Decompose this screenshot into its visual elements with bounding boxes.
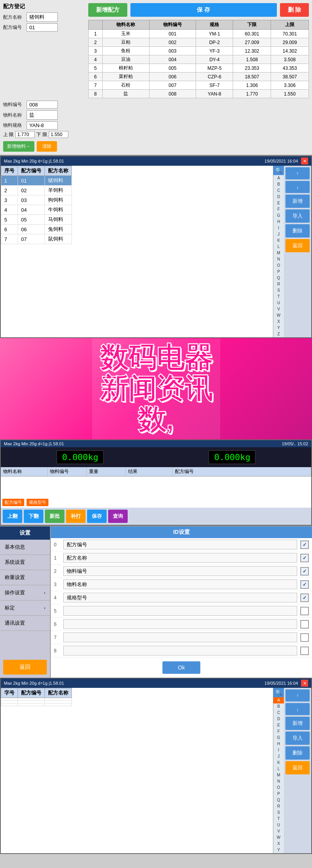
settings-item[interactable]: 操作设置› xyxy=(0,585,50,601)
id-row-input[interactable] xyxy=(63,540,297,549)
formula-list-row[interactable]: 4 04 牛饲料 xyxy=(1,205,72,215)
add-button-2[interactable]: 新增 xyxy=(285,717,310,730)
back-button[interactable]: 返回 xyxy=(285,239,310,252)
formula-list-row[interactable]: 7 07 鼠饲料 xyxy=(1,234,72,244)
material-spec-value[interactable]: YAN-8 xyxy=(27,121,58,129)
add-button[interactable]: 新增 xyxy=(285,195,310,208)
alphabet-letter-2[interactable]: X xyxy=(273,841,284,847)
alphabet-letter-2[interactable]: L xyxy=(273,766,284,772)
alphabet-letter[interactable]: Q xyxy=(273,275,284,281)
id-row-input[interactable] xyxy=(63,619,297,629)
next-button[interactable]: 下翻 xyxy=(24,510,43,523)
id-row-checkbox[interactable]: ✓ xyxy=(300,554,309,562)
save-button[interactable]: 保 存 xyxy=(130,3,277,17)
delete-button[interactable]: 删除 xyxy=(285,224,310,237)
alphabet-letter-2[interactable]: Q xyxy=(273,797,284,803)
formula-list-row[interactable]: 1 01 猪饲料 xyxy=(1,176,72,186)
lower-limit-value[interactable]: 1.550 xyxy=(49,131,68,138)
alphabet-letter-2[interactable]: A xyxy=(273,697,284,703)
search-icon-2[interactable]: 🔍 xyxy=(273,688,284,697)
settings-item[interactable]: 标定› xyxy=(0,601,50,616)
back-button-2[interactable]: 返回 xyxy=(285,761,310,774)
ingredient-row[interactable]: 5 棉籽粕 005 MZP-5 23.353 43.353 xyxy=(89,64,309,73)
formula-list-row-2[interactable] xyxy=(1,701,72,703)
new-formula-button[interactable]: 新增配方 xyxy=(88,3,127,17)
clear-button[interactable]: 清除 xyxy=(37,141,57,152)
alphabet-letter[interactable]: M xyxy=(273,250,284,256)
down-button-2[interactable]: ↓ xyxy=(285,703,310,715)
alphabet-letter-2[interactable]: B xyxy=(273,703,284,710)
id-row-input[interactable] xyxy=(63,646,297,655)
close-button-2[interactable]: ✕ xyxy=(301,680,308,687)
formula-list-row-2[interactable] xyxy=(1,698,72,701)
ingredient-row[interactable]: 4 豆油 004 DY-4 1.508 3.508 xyxy=(89,55,309,64)
alphabet-letter-2[interactable]: C xyxy=(273,710,284,716)
formula-list-row[interactable]: 5 05 马饲料 xyxy=(1,215,72,225)
id-row-input[interactable] xyxy=(63,593,297,602)
id-row-checkbox[interactable] xyxy=(300,647,309,655)
alphabet-letter-2[interactable]: N xyxy=(273,778,284,785)
alphabet-letter-2[interactable]: D xyxy=(273,716,284,722)
alphabet-letter[interactable]: S xyxy=(273,287,284,294)
id-row-checkbox[interactable] xyxy=(300,620,309,629)
alphabet-letter-2[interactable]: Y xyxy=(273,847,284,853)
material-code-value[interactable]: 008 xyxy=(27,101,58,109)
alphabet-letter-2[interactable]: F xyxy=(273,728,284,735)
upper-limit-value[interactable]: 1.770 xyxy=(15,131,35,138)
alphabet-letter[interactable]: R xyxy=(273,281,284,287)
alphabet-letter[interactable]: E xyxy=(273,200,284,206)
alphabet-letter[interactable]: I xyxy=(273,225,284,231)
save-button[interactable]: 保存 xyxy=(87,510,107,523)
alphabet-letter[interactable]: P xyxy=(273,269,284,275)
settings-item[interactable]: 通讯设置 xyxy=(0,616,50,631)
import-button-2[interactable]: 导入 xyxy=(285,732,310,745)
id-row-checkbox[interactable]: ✓ xyxy=(300,567,309,576)
formula-list-row[interactable]: 6 06 兔饲料 xyxy=(1,225,72,234)
query-button[interactable]: 查询 xyxy=(108,510,128,523)
alphabet-letter-2[interactable]: S xyxy=(273,810,284,816)
alphabet-letter[interactable]: U xyxy=(273,300,284,306)
material-name-value[interactable]: 盐 xyxy=(27,110,58,120)
id-row-input[interactable] xyxy=(63,553,297,563)
ok-button[interactable]: Ok xyxy=(162,661,201,674)
settings-back-button[interactable]: 返回 xyxy=(3,660,47,675)
alphabet-letter-2[interactable]: W xyxy=(273,834,284,841)
alphabet-letter[interactable]: G xyxy=(273,213,284,219)
ingredient-row[interactable]: 2 豆粕 002 DP-2 27.009 29.009 xyxy=(89,38,309,47)
alphabet-letter[interactable]: H xyxy=(273,219,284,225)
alphabet-letter-2[interactable]: T xyxy=(273,816,284,822)
id-row-checkbox[interactable]: ✓ xyxy=(300,593,309,602)
alphabet-letter[interactable]: L xyxy=(273,244,284,250)
alphabet-letter-2[interactable]: H xyxy=(273,741,284,747)
alphabet-letter-2[interactable]: E xyxy=(273,722,284,728)
up-button-2[interactable]: ↑ xyxy=(285,689,310,701)
formula-code-value[interactable]: 01 xyxy=(27,23,58,32)
alphabet-letter[interactable]: Z xyxy=(273,331,284,337)
id-row-checkbox[interactable]: ✓ xyxy=(300,580,309,589)
formula-list-row[interactable]: 3 03 狗饲料 xyxy=(1,195,72,205)
close-button[interactable]: ✕ xyxy=(301,158,308,165)
id-row-checkbox[interactable]: ✓ xyxy=(300,540,309,549)
alphabet-letter-2[interactable]: V xyxy=(273,828,284,834)
alphabet-letter[interactable]: N xyxy=(273,256,284,262)
settings-item[interactable]: 系统设置 xyxy=(0,555,50,570)
ingredient-row[interactable]: 3 鱼粉 003 YF-3 12.302 14.302 xyxy=(89,47,309,55)
ingredient-row[interactable]: 6 菜籽粕 006 CZP-6 18.507 38.507 xyxy=(89,73,309,81)
settings-item[interactable]: 基本信息 xyxy=(0,540,50,555)
id-row-input[interactable] xyxy=(63,579,297,589)
formula-list-row[interactable]: 2 02 羊饲料 xyxy=(1,186,72,195)
alphabet-letter-2[interactable]: I xyxy=(273,747,284,753)
alphabet-letter[interactable]: J xyxy=(273,231,284,237)
alphabet-letter[interactable]: X xyxy=(273,319,284,325)
id-row-input[interactable] xyxy=(63,566,297,576)
alphabet-letter-2[interactable]: M xyxy=(273,772,284,778)
batch-button[interactable]: 新批 xyxy=(45,510,64,523)
alphabet-letter[interactable]: V xyxy=(273,306,284,312)
supplement-button[interactable]: 补打 xyxy=(66,510,86,523)
id-row-checkbox[interactable] xyxy=(300,633,309,642)
ingredient-row[interactable]: 1 玉米 001 YM-1 60.301 70.301 xyxy=(89,30,309,38)
alphabet-letter[interactable]: C xyxy=(273,188,284,194)
alphabet-letter-2[interactable]: G xyxy=(273,735,284,741)
delete-button[interactable]: 删 除 xyxy=(280,3,309,17)
alphabet-letter-2[interactable]: R xyxy=(273,803,284,810)
